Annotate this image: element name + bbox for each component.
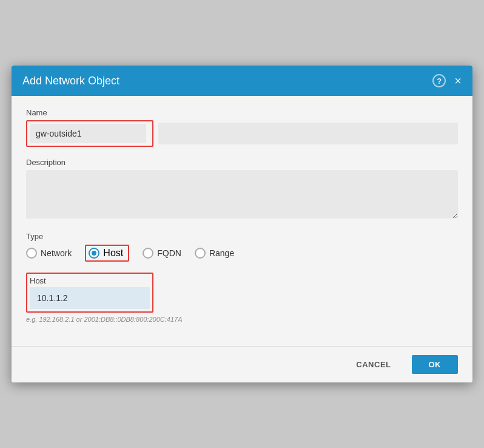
close-icon[interactable]: × bbox=[454, 75, 462, 87]
header-actions: ? × bbox=[432, 74, 462, 87]
dialog-body: Name Description Type Network bbox=[12, 96, 472, 346]
type-field-group: Type Network Host FQDN Range bbox=[26, 232, 458, 262]
radio-fqdn-circle[interactable] bbox=[143, 248, 153, 259]
description-input[interactable] bbox=[26, 170, 458, 219]
radio-host-label: Host bbox=[103, 248, 123, 259]
host-label: Host bbox=[30, 276, 150, 285]
name-input[interactable] bbox=[30, 124, 146, 143]
radio-range-label: Range bbox=[209, 248, 234, 258]
radio-network[interactable]: Network bbox=[26, 248, 72, 259]
description-label: Description bbox=[26, 158, 458, 167]
description-field-group: Description bbox=[26, 158, 458, 221]
dialog-footer: CANCEL OK bbox=[12, 346, 472, 382]
radio-host-highlighted[interactable]: Host bbox=[85, 245, 129, 262]
host-hint-text: e.g. 192.168.2.1 or 2001:DB8::0DB8:800:2… bbox=[26, 316, 458, 323]
radio-host-circle[interactable] bbox=[89, 248, 99, 259]
radio-range[interactable]: Range bbox=[195, 248, 234, 259]
add-network-object-dialog: Add Network Object ? × Name Description … bbox=[12, 66, 472, 382]
help-icon[interactable]: ? bbox=[432, 74, 446, 87]
radio-network-label: Network bbox=[41, 248, 72, 258]
dialog-title: Add Network Object bbox=[22, 75, 119, 87]
name-field-group: Name bbox=[26, 108, 458, 147]
name-label: Name bbox=[26, 108, 458, 117]
type-options-row: Network Host FQDN Range bbox=[26, 245, 458, 262]
type-label: Type bbox=[26, 232, 458, 241]
dialog-header: Add Network Object ? × bbox=[12, 66, 472, 96]
host-field-group: Host e.g. 192.168.2.1 or 2001:DB8::0DB8:… bbox=[26, 273, 458, 323]
cancel-button[interactable]: CANCEL bbox=[343, 355, 404, 374]
radio-network-circle[interactable] bbox=[26, 248, 37, 259]
radio-range-circle[interactable] bbox=[195, 248, 206, 259]
radio-fqdn-label: FQDN bbox=[157, 248, 181, 258]
ok-button[interactable]: OK bbox=[412, 355, 459, 374]
host-input[interactable] bbox=[30, 287, 150, 309]
radio-fqdn[interactable]: FQDN bbox=[143, 248, 181, 259]
